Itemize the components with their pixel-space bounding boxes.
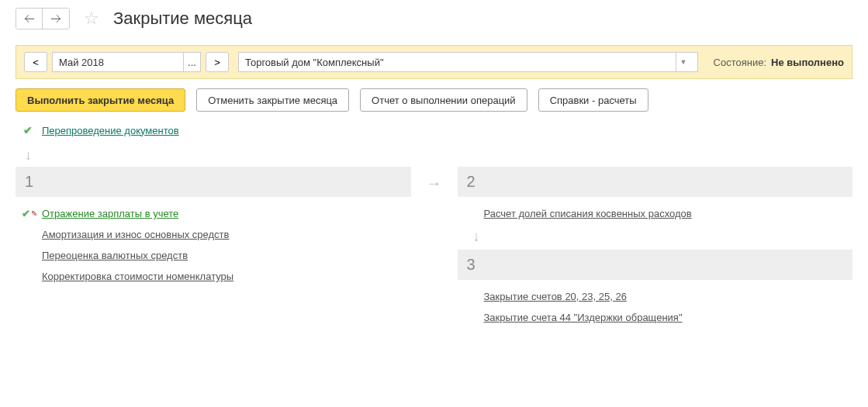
operation-link[interactable]: Переоценка валютных средств <box>42 250 188 261</box>
arrow-down-icon: ↓ <box>458 224 853 250</box>
period-picker-button[interactable]: ... <box>184 52 201 72</box>
stage-item: Корректировка стоимости номенклатуры <box>16 266 411 287</box>
stage-item: Закрытие счета 44 "Издержки обращения" <box>458 307 853 328</box>
operation-link[interactable]: Корректировка стоимости номенклатуры <box>42 271 233 282</box>
nav-forward-button[interactable]: 🡢 <box>43 9 69 29</box>
check-icon: ✔ <box>22 208 30 219</box>
reprocess-link[interactable]: Перепроведение документов <box>42 125 179 136</box>
arrow-right-icon: → <box>427 167 442 192</box>
status: Состояние: Не выполнено <box>714 57 844 68</box>
period-value: Май 2018 <box>59 57 104 68</box>
pencil-icon: ✎ <box>31 209 37 218</box>
arrow-down-icon: ↓ <box>0 144 868 167</box>
stage-2-3: 2 Расчет долей списания косвенных расход… <box>458 167 853 328</box>
report-button[interactable]: Отчет о выполнении операций <box>360 88 527 112</box>
stage-2-header: 2 <box>458 167 853 197</box>
status-label: Состояние: <box>714 57 766 68</box>
cancel-button[interactable]: Отменить закрытие месяца <box>196 88 349 112</box>
stage-3-header: 3 <box>458 250 853 280</box>
stage-item: Амортизация и износ основных средств <box>16 224 411 245</box>
period-next-button[interactable]: > <box>206 52 229 72</box>
stage-1-header: 1 <box>16 167 411 197</box>
operation-link[interactable]: Амортизация и износ основных средств <box>42 229 229 240</box>
stages: 1 ✔ ✎ Отражение зарплаты в учете Амортиз… <box>0 167 868 343</box>
stage-item: ✔ ✎ Отражение зарплаты в учете <box>16 203 411 224</box>
action-row: Выполнить закрытие месяца Отменить закры… <box>0 79 868 121</box>
operation-link[interactable]: Отражение зарплаты в учете <box>42 208 178 219</box>
chevron-down-icon[interactable]: ▼ <box>676 53 691 71</box>
stage-item: Закрытие счетов 20, 23, 25, 26 <box>458 286 853 307</box>
period-prev-button[interactable]: < <box>24 52 47 72</box>
check-icon: ✔ <box>23 124 33 136</box>
operation-link[interactable]: Закрытие счетов 20, 23, 25, 26 <box>484 291 627 302</box>
operation-link[interactable]: Закрытие счета 44 "Издержки обращения" <box>484 312 683 323</box>
status-value: Не выполнено <box>771 57 844 68</box>
operation-link[interactable]: Расчет долей списания косвенных расходов <box>484 208 692 219</box>
stage-item: Расчет долей списания косвенных расходов <box>458 203 853 224</box>
stage-1: 1 ✔ ✎ Отражение зарплаты в учете Амортиз… <box>16 167 411 287</box>
execute-button[interactable]: Выполнить закрытие месяца <box>16 88 185 112</box>
organization-select[interactable]: Торговый дом "Комплексный" ▼ <box>238 52 698 72</box>
reprocess-row: ✔ Перепроведение документов <box>0 121 868 144</box>
organization-value: Торговый дом "Комплексный" <box>245 57 384 68</box>
period-input[interactable]: Май 2018 <box>52 52 184 72</box>
stage-item: Переоценка валютных средств <box>16 245 411 266</box>
favorite-star-icon[interactable]: ☆ <box>84 9 99 29</box>
page-title: Закрытие месяца <box>113 9 252 29</box>
nav-buttons: 🡠 🡢 <box>16 8 70 29</box>
nav-back-button[interactable]: 🡠 <box>16 9 43 29</box>
toolbar: < Май 2018 ... > Торговый дом "Комплексн… <box>16 45 852 79</box>
references-button[interactable]: Справки - расчеты <box>538 88 648 112</box>
